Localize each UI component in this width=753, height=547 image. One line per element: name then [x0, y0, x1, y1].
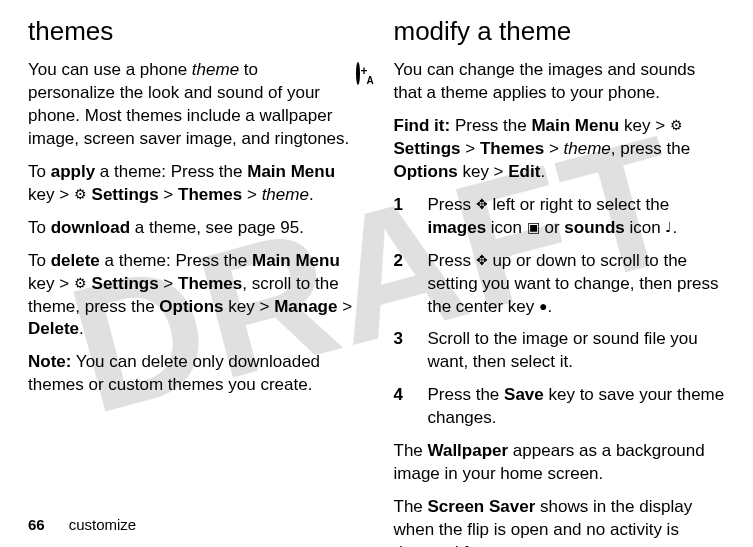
text: Press: [428, 251, 476, 270]
download-theme-para: To download a theme, see page 95.: [28, 217, 360, 240]
text: icon: [486, 218, 527, 237]
manage-label: Manage: [274, 297, 337, 316]
left-column: themes You can use a phone theme to pers…: [28, 14, 360, 500]
settings-label: Settings: [394, 139, 461, 158]
note-label: Note:: [28, 352, 71, 371]
delete-theme-para: To delete a theme: Press the Main Menu k…: [28, 250, 360, 342]
page-footer: 66customize: [28, 516, 136, 533]
step-1: 1 Press ✥ left or right to select the im…: [394, 194, 726, 240]
wallpaper-label: Wallpaper: [428, 441, 509, 460]
text: key >: [458, 162, 509, 181]
right-column: modify a theme You can change the images…: [394, 14, 726, 500]
themes-label: Themes: [178, 274, 242, 293]
theme-word: theme: [192, 60, 239, 79]
theme-word: theme: [564, 139, 611, 158]
main-menu-key: Main Menu: [247, 162, 335, 181]
step-3: 3 Scroll to the image or sound file you …: [394, 328, 726, 374]
themes-intro: You can use a phone theme to personalize…: [28, 59, 360, 151]
text: >: [159, 274, 178, 293]
text: .: [309, 185, 314, 204]
themes-heading: themes: [28, 14, 360, 49]
text: You can delete only downloaded themes or…: [28, 352, 320, 394]
themes-label: Themes: [480, 139, 544, 158]
page-content: themes You can use a phone theme to pers…: [0, 0, 753, 500]
text: .: [672, 218, 677, 237]
text: key >: [619, 116, 670, 135]
save-key: Save: [504, 385, 544, 404]
text: key >: [224, 297, 275, 316]
text: Press the: [450, 116, 531, 135]
text: .: [79, 319, 84, 338]
apply-theme-para: To apply a theme: Press the Main Menu ke…: [28, 161, 360, 207]
ringer-profile-icon: [356, 63, 360, 86]
settings-icon: ⚙: [670, 119, 683, 133]
themes-label: Themes: [178, 185, 242, 204]
text: Press the: [428, 385, 505, 404]
theme-word: theme: [262, 185, 309, 204]
settings-label: Settings: [92, 274, 159, 293]
step-4: 4 Press the Save key to save your theme …: [394, 384, 726, 430]
steps-list: 1 Press ✥ left or right to select the im…: [394, 194, 726, 430]
images-word: images: [428, 218, 487, 237]
text: key >: [28, 274, 74, 293]
image-icon: ▣: [527, 221, 540, 235]
text: icon: [625, 218, 666, 237]
text: , press the: [611, 139, 690, 158]
text: Press: [428, 195, 476, 214]
section-name: customize: [69, 516, 137, 533]
step-2: 2 Press ✥ up or down to scroll to the se…: [394, 250, 726, 319]
wallpaper-para: The Wallpaper appears as a background im…: [394, 440, 726, 486]
step-body: Scroll to the image or sound file you wa…: [428, 328, 726, 374]
text: To: [28, 251, 51, 270]
download-word: download: [51, 218, 130, 237]
step-number: 3: [394, 328, 428, 374]
step-number: 1: [394, 194, 428, 240]
text: >: [242, 185, 261, 204]
text: >: [461, 139, 480, 158]
options-key: Options: [394, 162, 458, 181]
nav-key-icon: ✥: [476, 198, 488, 212]
delete-word: delete: [51, 251, 100, 270]
modify-heading: modify a theme: [394, 14, 726, 49]
find-it-para: Find it: Press the Main Menu key > ⚙ Set…: [394, 115, 726, 184]
find-it-label: Find it:: [394, 116, 451, 135]
nav-key-icon: ✥: [476, 254, 488, 268]
apply-word: apply: [51, 162, 95, 181]
delete-label: Delete: [28, 319, 79, 338]
step-body: Press ✥ left or right to select the imag…: [428, 194, 726, 240]
sounds-word: sounds: [564, 218, 624, 237]
settings-icon: ⚙: [74, 188, 87, 202]
step-number: 2: [394, 250, 428, 319]
step-body: Press ✥ up or down to scroll to the sett…: [428, 250, 726, 319]
text: To: [28, 218, 51, 237]
settings-icon: ⚙: [74, 277, 87, 291]
text: >: [159, 185, 178, 204]
text: a theme, see page 95.: [130, 218, 304, 237]
text: The: [394, 497, 428, 516]
text: .: [540, 162, 545, 181]
text: left or right to select the: [488, 195, 669, 214]
modify-intro: You can change the images and sounds tha…: [394, 59, 726, 105]
text: .: [547, 297, 552, 316]
text: The: [394, 441, 428, 460]
edit-label: Edit: [508, 162, 540, 181]
note-para: Note: You can delete only downloaded the…: [28, 351, 360, 397]
step-body: Press the Save key to save your theme ch…: [428, 384, 726, 430]
main-menu-key: Main Menu: [252, 251, 340, 270]
text: >: [544, 139, 563, 158]
text: a theme: Press the: [100, 251, 252, 270]
text: You can use a phone: [28, 60, 192, 79]
options-key: Options: [159, 297, 223, 316]
screen-saver-label: Screen Saver: [428, 497, 536, 516]
text: or: [540, 218, 565, 237]
step-number: 4: [394, 384, 428, 430]
text: To: [28, 162, 51, 181]
text: >: [337, 297, 352, 316]
screensaver-para: The Screen Saver shows in the display wh…: [394, 496, 726, 547]
main-menu-key: Main Menu: [531, 116, 619, 135]
text: key >: [28, 185, 74, 204]
page-number: 66: [28, 516, 45, 533]
settings-label: Settings: [92, 185, 159, 204]
text: a theme: Press the: [95, 162, 247, 181]
